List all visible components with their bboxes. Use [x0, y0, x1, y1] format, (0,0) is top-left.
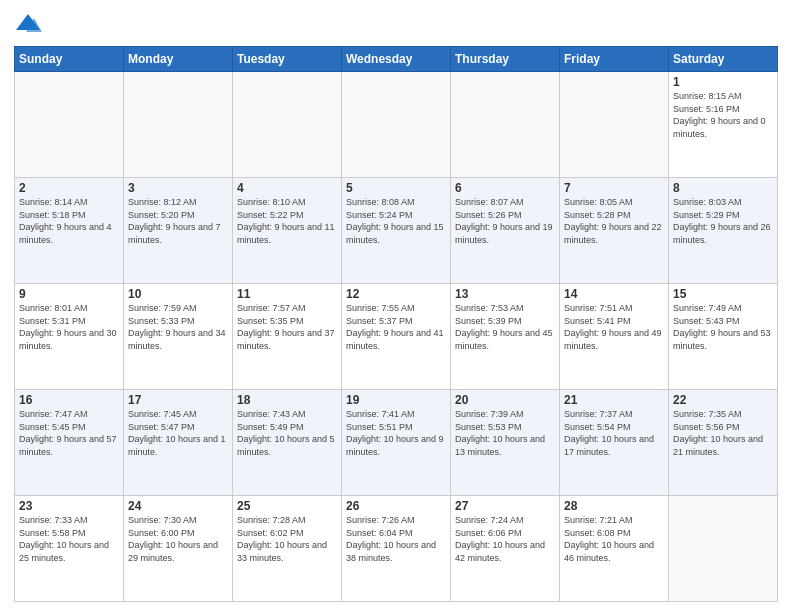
- calendar-cell: 2Sunrise: 8:14 AM Sunset: 5:18 PM Daylig…: [15, 178, 124, 284]
- day-number: 2: [19, 181, 119, 195]
- weekday-header-tuesday: Tuesday: [233, 47, 342, 72]
- calendar-cell: 18Sunrise: 7:43 AM Sunset: 5:49 PM Dayli…: [233, 390, 342, 496]
- day-number: 28: [564, 499, 664, 513]
- calendar-cell: 16Sunrise: 7:47 AM Sunset: 5:45 PM Dayli…: [15, 390, 124, 496]
- calendar-cell: 20Sunrise: 7:39 AM Sunset: 5:53 PM Dayli…: [451, 390, 560, 496]
- calendar-cell: 15Sunrise: 7:49 AM Sunset: 5:43 PM Dayli…: [669, 284, 778, 390]
- day-info: Sunrise: 8:14 AM Sunset: 5:18 PM Dayligh…: [19, 196, 119, 246]
- day-info: Sunrise: 7:30 AM Sunset: 6:00 PM Dayligh…: [128, 514, 228, 564]
- day-info: Sunrise: 7:21 AM Sunset: 6:08 PM Dayligh…: [564, 514, 664, 564]
- calendar-cell: 1Sunrise: 8:15 AM Sunset: 5:16 PM Daylig…: [669, 72, 778, 178]
- day-info: Sunrise: 8:07 AM Sunset: 5:26 PM Dayligh…: [455, 196, 555, 246]
- day-number: 6: [455, 181, 555, 195]
- calendar-cell: 6Sunrise: 8:07 AM Sunset: 5:26 PM Daylig…: [451, 178, 560, 284]
- calendar-cell: 8Sunrise: 8:03 AM Sunset: 5:29 PM Daylig…: [669, 178, 778, 284]
- weekday-header-sunday: Sunday: [15, 47, 124, 72]
- day-number: 14: [564, 287, 664, 301]
- week-row-4: 16Sunrise: 7:47 AM Sunset: 5:45 PM Dayli…: [15, 390, 778, 496]
- day-info: Sunrise: 8:12 AM Sunset: 5:20 PM Dayligh…: [128, 196, 228, 246]
- day-info: Sunrise: 8:01 AM Sunset: 5:31 PM Dayligh…: [19, 302, 119, 352]
- calendar-cell: 21Sunrise: 7:37 AM Sunset: 5:54 PM Dayli…: [560, 390, 669, 496]
- day-number: 15: [673, 287, 773, 301]
- day-number: 8: [673, 181, 773, 195]
- weekday-header-thursday: Thursday: [451, 47, 560, 72]
- calendar-cell: [560, 72, 669, 178]
- day-info: Sunrise: 7:53 AM Sunset: 5:39 PM Dayligh…: [455, 302, 555, 352]
- calendar-cell: 24Sunrise: 7:30 AM Sunset: 6:00 PM Dayli…: [124, 496, 233, 602]
- day-number: 23: [19, 499, 119, 513]
- calendar-cell: 26Sunrise: 7:26 AM Sunset: 6:04 PM Dayli…: [342, 496, 451, 602]
- day-number: 24: [128, 499, 228, 513]
- logo-icon: [14, 10, 42, 38]
- day-info: Sunrise: 7:49 AM Sunset: 5:43 PM Dayligh…: [673, 302, 773, 352]
- day-number: 7: [564, 181, 664, 195]
- weekday-header-row: SundayMondayTuesdayWednesdayThursdayFrid…: [15, 47, 778, 72]
- weekday-header-monday: Monday: [124, 47, 233, 72]
- day-info: Sunrise: 7:57 AM Sunset: 5:35 PM Dayligh…: [237, 302, 337, 352]
- day-info: Sunrise: 8:15 AM Sunset: 5:16 PM Dayligh…: [673, 90, 773, 140]
- calendar-cell: 25Sunrise: 7:28 AM Sunset: 6:02 PM Dayli…: [233, 496, 342, 602]
- calendar-cell: 28Sunrise: 7:21 AM Sunset: 6:08 PM Dayli…: [560, 496, 669, 602]
- day-number: 25: [237, 499, 337, 513]
- calendar-cell: [669, 496, 778, 602]
- day-number: 4: [237, 181, 337, 195]
- calendar-cell: [342, 72, 451, 178]
- day-info: Sunrise: 7:59 AM Sunset: 5:33 PM Dayligh…: [128, 302, 228, 352]
- calendar-cell: [124, 72, 233, 178]
- day-number: 21: [564, 393, 664, 407]
- calendar-cell: 14Sunrise: 7:51 AM Sunset: 5:41 PM Dayli…: [560, 284, 669, 390]
- day-info: Sunrise: 7:41 AM Sunset: 5:51 PM Dayligh…: [346, 408, 446, 458]
- day-info: Sunrise: 7:35 AM Sunset: 5:56 PM Dayligh…: [673, 408, 773, 458]
- week-row-5: 23Sunrise: 7:33 AM Sunset: 5:58 PM Dayli…: [15, 496, 778, 602]
- day-number: 17: [128, 393, 228, 407]
- day-info: Sunrise: 8:10 AM Sunset: 5:22 PM Dayligh…: [237, 196, 337, 246]
- calendar: SundayMondayTuesdayWednesdayThursdayFrid…: [14, 46, 778, 602]
- day-info: Sunrise: 7:28 AM Sunset: 6:02 PM Dayligh…: [237, 514, 337, 564]
- weekday-header-wednesday: Wednesday: [342, 47, 451, 72]
- calendar-cell: 7Sunrise: 8:05 AM Sunset: 5:28 PM Daylig…: [560, 178, 669, 284]
- calendar-cell: 27Sunrise: 7:24 AM Sunset: 6:06 PM Dayli…: [451, 496, 560, 602]
- day-info: Sunrise: 7:55 AM Sunset: 5:37 PM Dayligh…: [346, 302, 446, 352]
- day-info: Sunrise: 8:08 AM Sunset: 5:24 PM Dayligh…: [346, 196, 446, 246]
- week-row-1: 1Sunrise: 8:15 AM Sunset: 5:16 PM Daylig…: [15, 72, 778, 178]
- header: [14, 10, 778, 38]
- day-number: 3: [128, 181, 228, 195]
- day-number: 26: [346, 499, 446, 513]
- day-number: 12: [346, 287, 446, 301]
- day-info: Sunrise: 7:43 AM Sunset: 5:49 PM Dayligh…: [237, 408, 337, 458]
- day-info: Sunrise: 7:47 AM Sunset: 5:45 PM Dayligh…: [19, 408, 119, 458]
- day-number: 22: [673, 393, 773, 407]
- calendar-cell: 17Sunrise: 7:45 AM Sunset: 5:47 PM Dayli…: [124, 390, 233, 496]
- calendar-cell: 22Sunrise: 7:35 AM Sunset: 5:56 PM Dayli…: [669, 390, 778, 496]
- day-info: Sunrise: 7:33 AM Sunset: 5:58 PM Dayligh…: [19, 514, 119, 564]
- calendar-cell: 5Sunrise: 8:08 AM Sunset: 5:24 PM Daylig…: [342, 178, 451, 284]
- day-number: 27: [455, 499, 555, 513]
- calendar-cell: 4Sunrise: 8:10 AM Sunset: 5:22 PM Daylig…: [233, 178, 342, 284]
- page: SundayMondayTuesdayWednesdayThursdayFrid…: [0, 0, 792, 612]
- day-number: 5: [346, 181, 446, 195]
- day-number: 9: [19, 287, 119, 301]
- day-info: Sunrise: 7:24 AM Sunset: 6:06 PM Dayligh…: [455, 514, 555, 564]
- day-number: 13: [455, 287, 555, 301]
- calendar-cell: 23Sunrise: 7:33 AM Sunset: 5:58 PM Dayli…: [15, 496, 124, 602]
- day-info: Sunrise: 7:26 AM Sunset: 6:04 PM Dayligh…: [346, 514, 446, 564]
- week-row-3: 9Sunrise: 8:01 AM Sunset: 5:31 PM Daylig…: [15, 284, 778, 390]
- weekday-header-saturday: Saturday: [669, 47, 778, 72]
- calendar-cell: 19Sunrise: 7:41 AM Sunset: 5:51 PM Dayli…: [342, 390, 451, 496]
- week-row-2: 2Sunrise: 8:14 AM Sunset: 5:18 PM Daylig…: [15, 178, 778, 284]
- day-number: 1: [673, 75, 773, 89]
- calendar-cell: 11Sunrise: 7:57 AM Sunset: 5:35 PM Dayli…: [233, 284, 342, 390]
- day-info: Sunrise: 7:45 AM Sunset: 5:47 PM Dayligh…: [128, 408, 228, 458]
- day-info: Sunrise: 8:03 AM Sunset: 5:29 PM Dayligh…: [673, 196, 773, 246]
- calendar-cell: [15, 72, 124, 178]
- day-info: Sunrise: 7:37 AM Sunset: 5:54 PM Dayligh…: [564, 408, 664, 458]
- day-info: Sunrise: 8:05 AM Sunset: 5:28 PM Dayligh…: [564, 196, 664, 246]
- day-number: 20: [455, 393, 555, 407]
- calendar-cell: [451, 72, 560, 178]
- calendar-cell: [233, 72, 342, 178]
- day-number: 18: [237, 393, 337, 407]
- calendar-cell: 12Sunrise: 7:55 AM Sunset: 5:37 PM Dayli…: [342, 284, 451, 390]
- logo: [14, 10, 46, 38]
- calendar-cell: 13Sunrise: 7:53 AM Sunset: 5:39 PM Dayli…: [451, 284, 560, 390]
- calendar-cell: 9Sunrise: 8:01 AM Sunset: 5:31 PM Daylig…: [15, 284, 124, 390]
